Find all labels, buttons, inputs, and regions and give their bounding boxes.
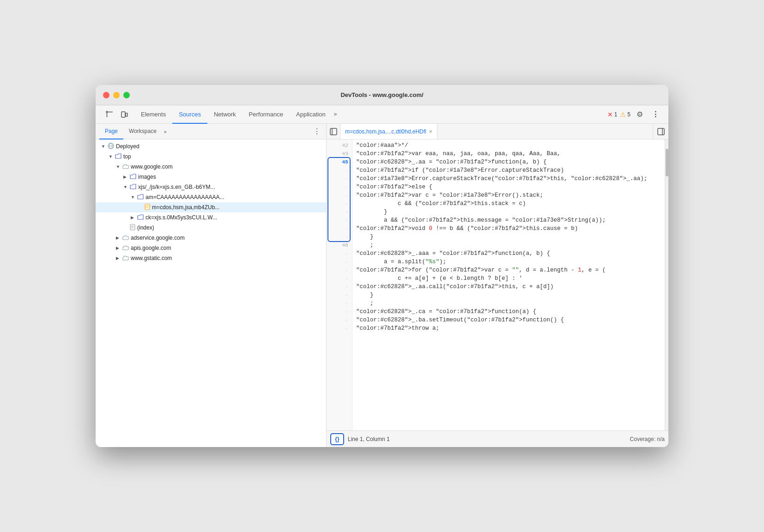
tab-elements[interactable]: Elements <box>134 105 172 124</box>
tree-item-label: am=CAAAAAAAAAAAAAAAA... <box>146 194 224 200</box>
tree-item[interactable]: ▶images <box>96 172 326 182</box>
line-number: - <box>327 224 352 233</box>
tab-more[interactable]: » <box>332 105 339 124</box>
tree-item[interactable]: ▼am=CAAAAAAAAAAAAAAAA... <box>96 192 326 202</box>
tree-item-label: images <box>138 174 156 180</box>
more-menu-icon[interactable]: ⋮ <box>649 108 662 121</box>
panel-collapse-left-icon[interactable] <box>327 124 340 139</box>
code-content[interactable]: "color:#aaa">*/ "color:#7b1fa2">var eaa,… <box>352 139 665 430</box>
svg-rect-12 <box>330 128 337 135</box>
line-number: - <box>327 299 352 308</box>
tabs-right-actions: ✕ 1 ⚠ 5 ⚙ ⋮ <box>607 105 665 123</box>
line-number: - <box>327 316 352 324</box>
line-numbers: 424345---------46---------- <box>327 139 352 430</box>
tree-item[interactable]: ▶www.gstatic.com <box>96 253 326 263</box>
close-button[interactable] <box>103 92 109 98</box>
line-number: - <box>327 166 352 175</box>
device-icon[interactable] <box>118 108 131 121</box>
line-number: - <box>327 183 352 191</box>
tree-item-label: m=cdos,hsm,jsa,mb4ZUb... <box>152 204 219 211</box>
tree-item[interactable]: ▼www.google.com <box>96 162 326 172</box>
svg-rect-6 <box>145 204 150 210</box>
code-area: 424345---------46---------- "color:#aaa"… <box>327 139 668 430</box>
tree-item-label: ck=xjs.s.0Mx5ys3sCUI.L.W... <box>146 214 217 221</box>
line-number: - <box>327 258 352 266</box>
scrollbar-thumb[interactable] <box>666 149 668 176</box>
file-tabs-bar: m=cdos,hsm,jsa,...c,dtl0hd,eHDfl × <box>327 124 668 139</box>
warning-badge[interactable]: ⚠ 5 <box>620 111 631 118</box>
devtools-tabs: Elements Sources Network Performance App… <box>96 105 668 124</box>
svg-rect-14 <box>658 128 664 135</box>
tree-item[interactable]: ▶apis.google.com <box>96 243 326 253</box>
tree-item[interactable]: (index) <box>96 223 326 233</box>
line-number: - <box>327 308 352 316</box>
settings-icon[interactable]: ⚙ <box>633 108 646 121</box>
main-content: Page Workspace » ⋮ ▼Deployed▼top▼www.goo… <box>96 124 668 447</box>
tree-item-label: www.google.com <box>131 163 173 170</box>
tab-sources[interactable]: Sources <box>172 105 207 124</box>
line-number: - <box>327 200 352 208</box>
tree-item-label: top <box>123 153 131 160</box>
line-number: - <box>327 191 352 200</box>
svg-rect-9 <box>130 224 135 230</box>
line-number: - <box>327 274 352 283</box>
tree-item-label: www.gstatic.com <box>131 255 172 261</box>
line-number: 46 <box>327 241 352 249</box>
line-number: - <box>327 216 352 224</box>
sub-tab-workspace[interactable]: Workspace <box>123 124 162 139</box>
right-panel: m=cdos,hsm,jsa,...c,dtl0hd,eHDfl × 42434… <box>327 124 668 447</box>
sub-tab-menu-icon[interactable]: ⋮ <box>311 126 322 137</box>
line-number: 45 <box>327 158 352 166</box>
minimize-button[interactable] <box>113 92 120 98</box>
window-controls <box>103 92 130 98</box>
file-tab-close[interactable]: × <box>429 128 432 135</box>
panel-collapse-right-icon[interactable] <box>653 124 668 139</box>
line-number: 43 <box>327 150 352 158</box>
tree-item[interactable]: ▶ck=xjs.s.0Mx5ys3sCUI.L.W... <box>96 212 326 223</box>
line-number: - <box>327 324 352 332</box>
tab-performance[interactable]: Performance <box>243 105 290 124</box>
file-tab-active[interactable]: m=cdos,hsm,jsa,...c,dtl0hd,eHDfl × <box>340 124 437 139</box>
sub-tab-page[interactable]: Page <box>99 124 123 139</box>
status-bar: {} Line 1, Column 1 Coverage: n/a <box>327 430 668 447</box>
sub-tab-more[interactable]: » <box>164 129 167 134</box>
svg-rect-0 <box>106 111 108 113</box>
tree-item-label: (index) <box>137 224 154 231</box>
tree-item-label: xjs/_/js/k=xjs.s.en_GB.-b6YM... <box>138 184 215 190</box>
tree-item[interactable]: ▼xjs/_/js/k=xjs.s.en_GB.-b6YM... <box>96 182 326 192</box>
line-number: - <box>327 249 352 258</box>
inspect-icon[interactable] <box>103 108 116 121</box>
window-title: DevTools - www.google.com/ <box>340 91 423 98</box>
tree-item[interactable]: m=cdos,hsm,jsa,mb4ZUb... <box>96 202 326 212</box>
line-number: - <box>327 208 352 216</box>
vertical-scrollbar[interactable] <box>665 139 668 430</box>
line-number: - <box>327 291 352 299</box>
left-panel: Page Workspace » ⋮ ▼Deployed▼top▼www.goo… <box>96 124 327 447</box>
tree-item-label: apis.google.com <box>131 245 171 251</box>
tree-item[interactable]: ▼Deployed <box>96 141 326 151</box>
devtools-window: DevTools - www.google.com/ Elements Sour… <box>96 85 668 447</box>
line-number: - <box>327 233 352 241</box>
tree-item-label: Deployed <box>116 143 139 150</box>
tabs-left-icons <box>99 105 134 123</box>
cursor-position: Line 1, Column 1 <box>348 436 390 442</box>
file-tab-label: m=cdos,hsm,jsa,...c,dtl0hd,eHDfl <box>345 128 426 135</box>
format-button[interactable]: {} <box>330 433 344 445</box>
error-badge[interactable]: ✕ 1 <box>607 111 618 118</box>
tab-network[interactable]: Network <box>207 105 243 124</box>
sub-tabs: Page Workspace » ⋮ <box>96 124 326 139</box>
tree-item-label: adservice.google.com <box>131 235 185 241</box>
tab-application[interactable]: Application <box>290 105 332 124</box>
file-tree: ▼Deployed▼top▼www.google.com▶images▼xjs/… <box>96 139 326 447</box>
svg-rect-2 <box>126 113 127 116</box>
line-number: - <box>327 175 352 183</box>
titlebar: DevTools - www.google.com/ <box>96 85 668 105</box>
tree-item[interactable]: ▼top <box>96 151 326 162</box>
maximize-button[interactable] <box>123 92 130 98</box>
line-number: 42 <box>327 141 352 150</box>
line-number: - <box>327 266 352 274</box>
line-number: - <box>327 283 352 291</box>
coverage-status: Coverage: n/a <box>630 436 665 442</box>
tree-item[interactable]: ▶adservice.google.com <box>96 233 326 243</box>
svg-rect-1 <box>121 112 125 117</box>
